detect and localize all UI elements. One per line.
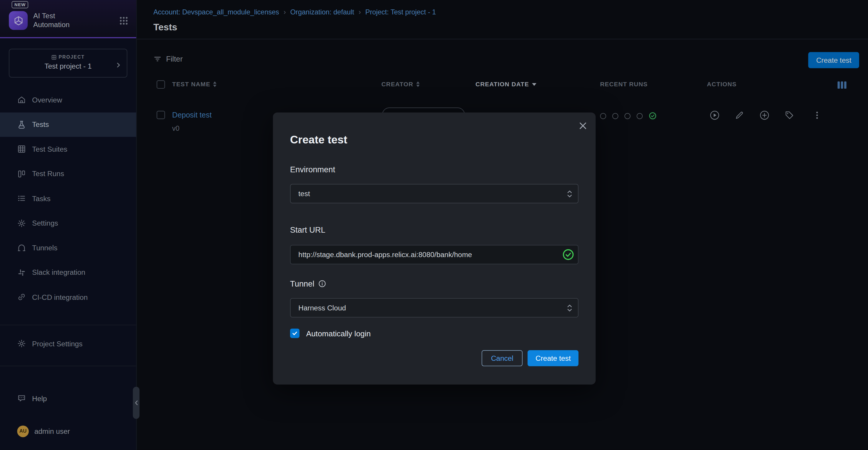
info-icon[interactable] <box>318 280 326 287</box>
create-test-modal: Create test Environment test Start URL T… <box>273 113 596 385</box>
auto-login-label: Automatically login <box>306 329 371 338</box>
auto-login-checkbox[interactable] <box>290 329 300 338</box>
tunnel-select[interactable]: Harness Cloud <box>290 298 579 317</box>
start-url-label: Start URL <box>290 226 326 234</box>
auto-login-row: Automatically login <box>290 329 371 338</box>
valid-check-icon <box>562 249 574 261</box>
start-url-input[interactable] <box>290 245 579 264</box>
start-url-field <box>290 245 579 264</box>
modal-actions: Cancel Create test <box>482 350 579 366</box>
tunnel-label: Tunnel <box>290 279 326 288</box>
environment-label: Environment <box>290 165 335 174</box>
app-root: NEW AI Test Automation <box>0 0 868 450</box>
tunnel-label-text: Tunnel <box>290 279 314 288</box>
environment-label-text: Environment <box>290 165 335 174</box>
modal-title: Create test <box>290 133 347 146</box>
modal-create-test-button[interactable]: Create test <box>528 350 579 366</box>
check-icon <box>291 330 298 336</box>
close-icon[interactable] <box>578 121 588 131</box>
start-url-label-text: Start URL <box>290 226 326 234</box>
environment-select[interactable]: test <box>290 184 579 203</box>
environment-value: test <box>298 189 310 198</box>
cancel-button[interactable]: Cancel <box>482 350 523 366</box>
select-chevrons-icon <box>567 303 572 315</box>
tunnel-value: Harness Cloud <box>298 304 346 312</box>
select-chevrons-icon <box>567 189 572 201</box>
